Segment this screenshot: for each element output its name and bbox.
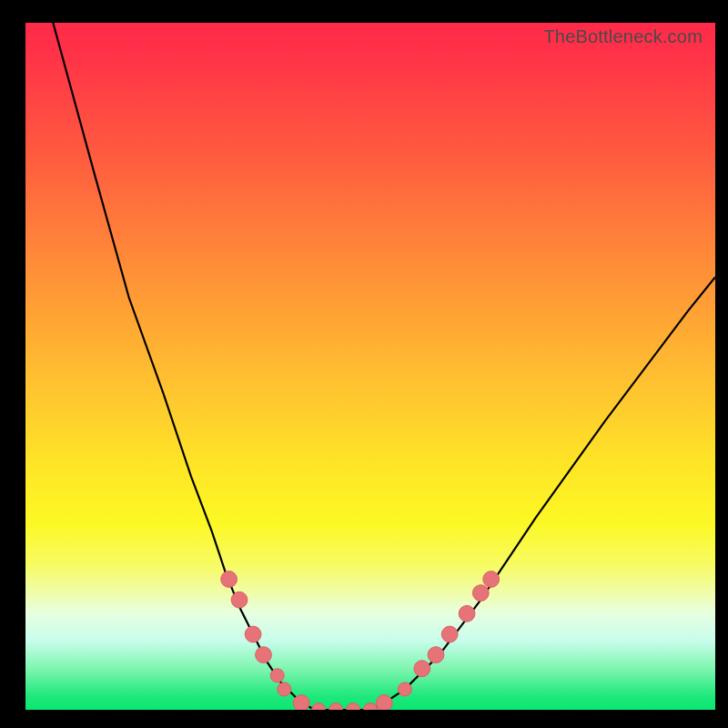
curve-marker: [312, 703, 326, 711]
curve-marker: [441, 626, 458, 642]
curve-marker: [245, 626, 261, 642]
curve-marker: [428, 647, 444, 663]
curve-marker: [329, 703, 343, 711]
curve-marker: [221, 571, 238, 588]
watermark-text: TheBottleneck.com: [543, 26, 703, 47]
chart-frame: TheBottleneck.com: [0, 0, 728, 728]
marker-group: [221, 571, 500, 710]
plot-area: TheBottleneck.com: [25, 23, 715, 710]
curve-marker: [398, 682, 411, 696]
curve-marker: [414, 661, 430, 677]
curve-marker: [231, 592, 248, 608]
curve-marker: [364, 703, 378, 711]
curve-marker: [293, 695, 309, 710]
curve-marker: [278, 682, 291, 696]
curve-marker: [376, 695, 392, 710]
curve-marker: [483, 571, 500, 588]
curve-marker: [256, 647, 272, 663]
curve-marker: [459, 605, 475, 622]
bottleneck-curve: [53, 23, 715, 710]
curve-marker: [472, 585, 489, 602]
curve-marker: [270, 669, 284, 682]
curve-marker: [347, 703, 360, 711]
curve-layer: [25, 23, 715, 710]
